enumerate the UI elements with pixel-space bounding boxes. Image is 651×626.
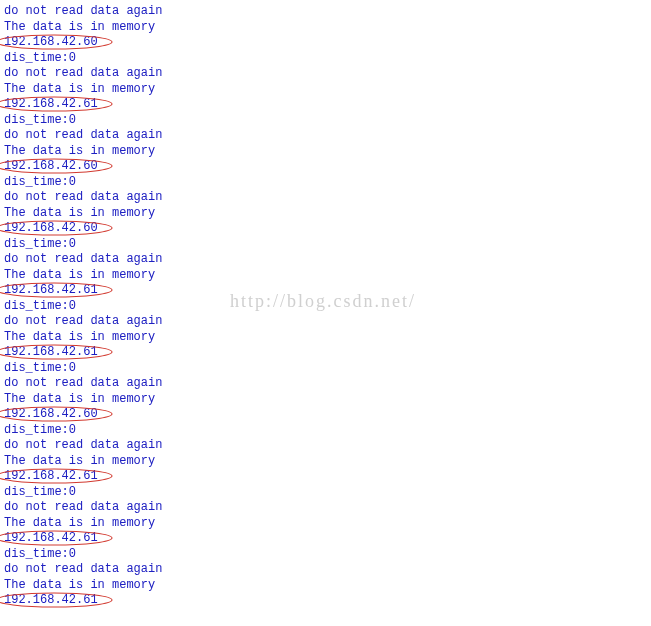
highlight-circle-icon bbox=[0, 32, 118, 52]
log-line: The data is in memory bbox=[4, 144, 647, 160]
log-line: 192.168.42.61 bbox=[4, 345, 647, 361]
log-line: The data is in memory bbox=[4, 82, 647, 98]
log-line: The data is in memory bbox=[4, 330, 647, 346]
highlight-circle-icon bbox=[0, 590, 118, 610]
log-line: do not read data again bbox=[4, 66, 647, 82]
log-line: The data is in memory bbox=[4, 20, 647, 36]
log-line: 192.168.42.61 bbox=[4, 283, 647, 299]
log-line: The data is in memory bbox=[4, 392, 647, 408]
log-line: dis_time:0 bbox=[4, 299, 647, 315]
log-line: do not read data again bbox=[4, 128, 647, 144]
highlight-circle-icon bbox=[0, 466, 118, 486]
log-line: dis_time:0 bbox=[4, 485, 647, 501]
log-line: dis_time:0 bbox=[4, 113, 647, 129]
highlight-circle-icon bbox=[0, 280, 118, 300]
svg-point-2 bbox=[0, 159, 112, 173]
svg-point-8 bbox=[0, 531, 112, 545]
ip-address: 192.168.42.61 bbox=[4, 469, 98, 485]
log-line: dis_time:0 bbox=[4, 547, 647, 563]
svg-point-6 bbox=[0, 407, 112, 421]
log-line: 192.168.42.60 bbox=[4, 221, 647, 237]
ip-address: 192.168.42.60 bbox=[4, 35, 98, 51]
log-line: The data is in memory bbox=[4, 578, 647, 594]
highlight-circle-icon bbox=[0, 218, 118, 238]
svg-point-5 bbox=[0, 345, 112, 359]
log-line: do not read data again bbox=[4, 562, 647, 578]
log-line: do not read data again bbox=[4, 500, 647, 516]
log-line: dis_time:0 bbox=[4, 175, 647, 191]
log-line: do not read data again bbox=[4, 4, 647, 20]
ip-address: 192.168.42.61 bbox=[4, 283, 98, 299]
log-line: dis_time:0 bbox=[4, 423, 647, 439]
log-line: 192.168.42.60 bbox=[4, 159, 647, 175]
log-line: do not read data again bbox=[4, 190, 647, 206]
log-line: do not read data again bbox=[4, 376, 647, 392]
ip-address: 192.168.42.60 bbox=[4, 221, 98, 237]
log-line: do not read data again bbox=[4, 438, 647, 454]
svg-point-4 bbox=[0, 283, 112, 297]
log-line: The data is in memory bbox=[4, 516, 647, 532]
log-line: 192.168.42.60 bbox=[4, 407, 647, 423]
svg-point-3 bbox=[0, 221, 112, 235]
log-line: The data is in memory bbox=[4, 454, 647, 470]
ip-address: 192.168.42.60 bbox=[4, 159, 98, 175]
log-line: 192.168.42.60 bbox=[4, 35, 647, 51]
ip-address: 192.168.42.61 bbox=[4, 345, 98, 361]
svg-point-0 bbox=[0, 35, 112, 49]
log-line: 192.168.42.61 bbox=[4, 469, 647, 485]
svg-point-1 bbox=[0, 97, 112, 111]
log-line: dis_time:0 bbox=[4, 361, 647, 377]
log-line: 192.168.42.61 bbox=[4, 593, 647, 609]
log-line: The data is in memory bbox=[4, 206, 647, 222]
highlight-circle-icon bbox=[0, 404, 118, 424]
log-line: 192.168.42.61 bbox=[4, 97, 647, 113]
ip-address: 192.168.42.61 bbox=[4, 593, 98, 609]
log-line: dis_time:0 bbox=[4, 51, 647, 67]
highlight-circle-icon bbox=[0, 528, 118, 548]
svg-point-9 bbox=[0, 593, 112, 607]
log-line: do not read data again bbox=[4, 314, 647, 330]
ip-address: 192.168.42.61 bbox=[4, 531, 98, 547]
highlight-circle-icon bbox=[0, 156, 118, 176]
svg-point-7 bbox=[0, 469, 112, 483]
ip-address: 192.168.42.61 bbox=[4, 97, 98, 113]
log-line: The data is in memory bbox=[4, 268, 647, 284]
log-line: 192.168.42.61 bbox=[4, 531, 647, 547]
highlight-circle-icon bbox=[0, 342, 118, 362]
log-line: dis_time:0 bbox=[4, 237, 647, 253]
log-line: do not read data again bbox=[4, 252, 647, 268]
highlight-circle-icon bbox=[0, 94, 118, 114]
ip-address: 192.168.42.60 bbox=[4, 407, 98, 423]
